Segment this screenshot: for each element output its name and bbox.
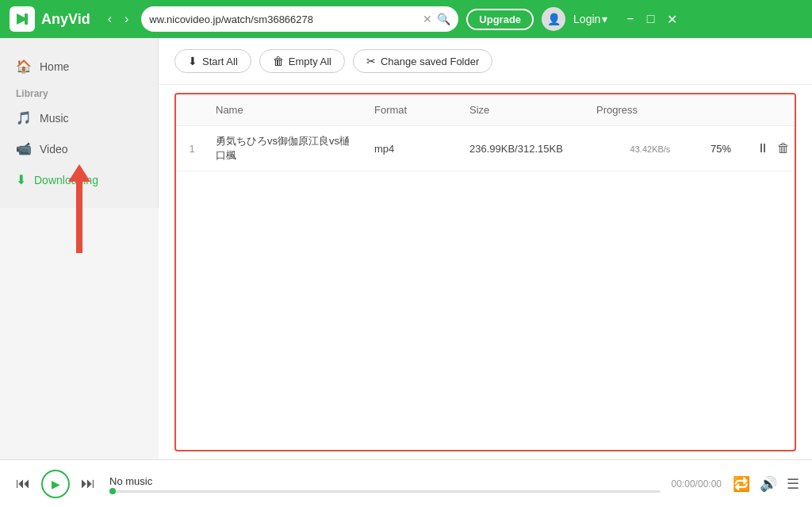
nav-arrows: ‹ › — [103, 10, 134, 28]
table-header: Name Format Size Progress — [176, 94, 795, 126]
col-header-size: Size — [462, 101, 588, 119]
window-controls: − □ ✕ — [623, 10, 680, 29]
sidebar-music-label: Music — [40, 112, 69, 125]
titlebar: AnyVid ‹ › ww.nicovideo.jp/watch/sm36866… — [0, 0, 812, 38]
start-all-icon: ⬇ — [188, 55, 197, 67]
row-name: 勇気ちひろvs御伽原江良vs樋口楓 — [208, 131, 366, 166]
next-button[interactable]: ⏭ — [78, 472, 98, 495]
prev-button[interactable]: ⏮ — [13, 472, 33, 495]
progress-pct: 75% — [710, 143, 739, 155]
avatar: 👤 — [542, 7, 565, 31]
login-arrow-icon: ▾ — [602, 13, 607, 25]
col-header-name: Name — [208, 101, 366, 119]
table-row: 1 勇気ちひろvs御伽原江良vs樋口楓 mp4 236.99KB/312.15K… — [176, 126, 795, 171]
sidebar-section-library: Library — [0, 82, 158, 102]
player-time: 00:00/00:00 — [672, 478, 722, 490]
toolbar: ⬇ Start All 🗑 Empty All ✂ Change saved F… — [159, 38, 812, 85]
row-size: 236.99KB/312.15KB — [462, 140, 588, 158]
folder-icon: ✂ — [366, 55, 376, 67]
sidebar-home-label: Home — [40, 60, 69, 73]
col-header-progress: Progress — [588, 101, 747, 119]
col-header-format: Format — [366, 101, 462, 119]
player-track-name: No music — [109, 475, 661, 487]
col-header-num — [176, 101, 208, 119]
start-all-label: Start All — [202, 56, 238, 67]
volume-button[interactable]: 🔊 — [760, 475, 777, 493]
url-text: ww.nicovideo.jp/watch/sm36866278 — [149, 13, 418, 25]
app-name: AnyVid — [41, 11, 90, 28]
row-progress-cell: 43.42KB/s 75% — [588, 140, 747, 158]
sidebar-wrapper: 🏠 Home Library 🎵 Music 📹 Video ⬇ Downloa… — [0, 38, 159, 459]
sidebar-item-downloading[interactable]: ⬇ Downloading — [0, 164, 158, 195]
progress-speed: 43.42KB/s — [596, 144, 704, 154]
empty-all-label: Empty All — [289, 56, 331, 67]
player-progress-bar[interactable] — [109, 490, 661, 493]
upgrade-button[interactable]: Upgrade — [466, 9, 534, 30]
sidebar: 🏠 Home Library 🎵 Music 📹 Video ⬇ Downloa… — [0, 38, 159, 208]
repeat-button[interactable]: 🔁 — [733, 475, 750, 493]
trash-icon: 🗑 — [273, 55, 284, 67]
empty-all-button[interactable]: 🗑 Empty All — [259, 49, 345, 73]
main-container: 🏠 Home Library 🎵 Music 📹 Video ⬇ Downloa… — [0, 38, 812, 459]
play-button[interactable]: ▶ — [41, 470, 70, 498]
maximize-button[interactable]: □ — [644, 10, 658, 29]
sidebar-video-label: Video — [40, 143, 68, 156]
url-bar[interactable]: ww.nicovideo.jp/watch/sm36866278 ✕ 🔍 — [141, 6, 458, 32]
player-progress — [109, 490, 661, 493]
start-all-button[interactable]: ⬇ Start All — [174, 49, 251, 73]
app-logo: AnyVid — [10, 6, 90, 32]
row-actions-cell: ⏸ 🗑 — [747, 136, 795, 160]
player-info: No music — [109, 475, 661, 493]
player-right-controls: 🔁 🔊 ☰ — [733, 475, 799, 493]
logo-icon — [10, 6, 35, 32]
home-icon: 🏠 — [16, 59, 32, 74]
video-icon: 📹 — [16, 141, 32, 156]
delete-button[interactable]: 🗑 — [776, 140, 791, 157]
login-label: Login — [573, 13, 600, 25]
playlist-button[interactable]: ☰ — [787, 475, 799, 493]
content-area: ⬇ Start All 🗑 Empty All ✂ Change saved F… — [159, 38, 812, 459]
svg-rect-1 — [25, 13, 28, 25]
col-header-actions — [747, 101, 795, 119]
row-num: 1 — [176, 140, 208, 158]
player-bar: ⏮ ▶ ⏭ No music 00:00/00:00 🔁 🔊 ☰ — [0, 459, 812, 507]
row-actions: ⏸ 🗑 — [755, 140, 787, 157]
sidebar-item-music[interactable]: 🎵 Music — [0, 102, 158, 133]
download-table: Name Format Size Progress 1 勇気ちひろvs御伽原江良… — [174, 93, 796, 451]
player-controls: ⏮ ▶ ⏭ — [13, 470, 98, 498]
change-folder-button[interactable]: ✂ Change saved Folder — [353, 49, 492, 73]
row-format: mp4 — [366, 140, 462, 158]
sidebar-item-video[interactable]: 📹 Video — [0, 133, 158, 164]
pause-button[interactable]: ⏸ — [755, 140, 771, 157]
player-progress-dot — [109, 488, 116, 494]
progress-container: 43.42KB/s 75% — [596, 143, 739, 155]
search-icon[interactable]: 🔍 — [437, 13, 450, 25]
login-button[interactable]: Login ▾ — [573, 13, 607, 25]
url-clear-icon[interactable]: ✕ — [423, 13, 432, 25]
close-button[interactable]: ✕ — [664, 10, 680, 29]
music-icon: 🎵 — [16, 110, 32, 125]
sidebar-item-home[interactable]: 🏠 Home — [0, 51, 158, 82]
change-folder-label: Change saved Folder — [381, 56, 479, 67]
nav-forward-button[interactable]: › — [120, 10, 133, 28]
sidebar-downloading-label: Downloading — [34, 174, 98, 186]
minimize-button[interactable]: − — [623, 10, 637, 29]
nav-back-button[interactable]: ‹ — [103, 10, 117, 28]
download-icon: ⬇ — [16, 172, 26, 187]
